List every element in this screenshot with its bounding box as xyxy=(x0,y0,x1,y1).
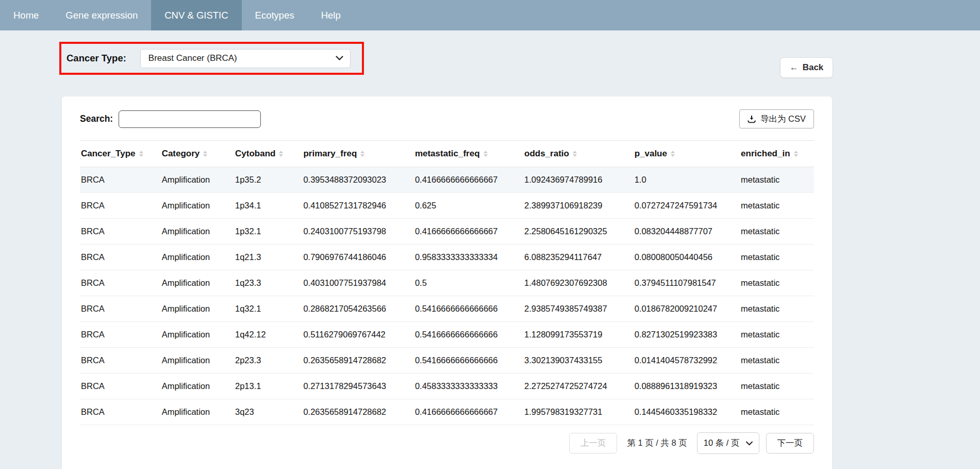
back-button-label: Back xyxy=(803,62,824,73)
cell-cancer-type: BRCA xyxy=(80,348,161,374)
search-area: Search: xyxy=(80,110,261,128)
cell-cytoband: 2p13.1 xyxy=(234,374,302,399)
cell-category: Amplification xyxy=(161,322,234,348)
cell-metastatic-freq: 0.4166666666666667 xyxy=(414,219,523,245)
column-label: Cytoband xyxy=(235,149,275,159)
sort-icon xyxy=(360,151,364,157)
column-header-primary-freq[interactable]: primary_freq xyxy=(302,141,413,167)
cell-metastatic-freq: 0.5416666666666666 xyxy=(414,296,523,322)
cnv-table-card: Search: 导出为 CSV Cancer_TypeCategoryCytob… xyxy=(62,96,832,469)
sort-icon xyxy=(794,151,798,157)
column-label: p_value xyxy=(635,149,667,159)
cell-p-value: 0.0141404578732992 xyxy=(634,348,740,374)
table-body: BRCAAmplification1p35.20.395348837209302… xyxy=(80,167,814,425)
sort-icon xyxy=(139,151,143,157)
column-header-cancer-type[interactable]: Cancer_Type xyxy=(80,141,161,167)
cell-metastatic-freq: 0.5 xyxy=(414,270,523,296)
cell-enriched-in: metastatic xyxy=(740,219,814,245)
cell-cancer-type: BRCA xyxy=(80,245,161,270)
cell-category: Amplification xyxy=(161,399,234,425)
search-input[interactable] xyxy=(119,110,261,128)
table-row: BRCAAmplification1q42.120.51162790697674… xyxy=(80,322,814,348)
cell-cancer-type: BRCA xyxy=(80,296,161,322)
navbar: HomeGene expressionCNV & GISTICEcotypesH… xyxy=(0,0,980,30)
column-header-metastatic-freq[interactable]: metastatic_freq xyxy=(414,141,523,167)
nav-tab-cnv-gistic[interactable]: CNV & GISTIC xyxy=(151,0,241,30)
back-button[interactable]: ← Back xyxy=(780,57,833,78)
column-label: Cancer_Type xyxy=(81,149,136,159)
cancer-type-select[interactable]: Breast Cancer (BRCA) xyxy=(140,49,351,68)
column-header-cytoband[interactable]: Cytoband xyxy=(234,141,302,167)
cell-metastatic-freq: 0.4166666666666667 xyxy=(414,167,523,193)
cell-category: Amplification xyxy=(161,348,234,374)
sort-icon xyxy=(484,151,488,157)
cell-primary-freq: 0.4108527131782946 xyxy=(302,193,413,219)
next-page-button[interactable]: 下一页 xyxy=(766,433,815,454)
cell-cancer-type: BRCA xyxy=(80,399,161,425)
cell-odds-ratio: 6.088235294117647 xyxy=(523,245,634,270)
cell-primary-freq: 0.2635658914728682 xyxy=(302,348,413,374)
cell-primary-freq: 0.7906976744186046 xyxy=(302,245,413,270)
cell-cytoband: 1p34.1 xyxy=(234,193,302,219)
download-icon xyxy=(748,115,756,123)
column-label: enriched_in xyxy=(741,149,790,159)
cell-cytoband: 1q32.1 xyxy=(234,296,302,322)
cell-category: Amplification xyxy=(161,296,234,322)
cell-enriched-in: metastatic xyxy=(740,270,814,296)
table-row: BRCAAmplification1p35.20.395348837209302… xyxy=(80,167,814,193)
cell-cancer-type: BRCA xyxy=(80,322,161,348)
pagination: 上一页 第 1 页 / 共 8 页 10 条 / 页 下一页 xyxy=(80,432,814,454)
nav-tab-help[interactable]: Help xyxy=(308,0,354,30)
sort-icon xyxy=(279,151,283,157)
cell-metastatic-freq: 0.4166666666666667 xyxy=(414,399,523,425)
cell-cancer-type: BRCA xyxy=(80,374,161,399)
cell-cytoband: 1q42.12 xyxy=(234,322,302,348)
table-row: BRCAAmplification1q23.30.403100775193798… xyxy=(80,270,814,296)
sort-icon xyxy=(573,151,577,157)
export-csv-button[interactable]: 导出为 CSV xyxy=(739,109,814,128)
table-row: BRCAAmplification1q32.10.286821705426356… xyxy=(80,296,814,322)
column-header-category[interactable]: Category xyxy=(161,141,234,167)
cell-primary-freq: 0.4031007751937984 xyxy=(302,270,413,296)
table-row: BRCAAmplification3q230.26356589147286820… xyxy=(80,399,814,425)
cell-cytoband: 1p32.1 xyxy=(234,219,302,245)
cell-enriched-in: metastatic xyxy=(740,348,814,374)
column-header-enriched-in[interactable]: enriched_in xyxy=(740,141,814,167)
cell-p-value: 0.1445460335198332 xyxy=(634,399,740,425)
cell-p-value: 0.8271302519923383 xyxy=(634,322,740,348)
cell-cytoband: 1p35.2 xyxy=(234,167,302,193)
column-label: primary_freq xyxy=(303,149,357,159)
table-toolbar: Search: 导出为 CSV xyxy=(80,109,814,128)
column-header-p-value[interactable]: p_value xyxy=(634,141,740,167)
cell-category: Amplification xyxy=(161,167,234,193)
column-label: odds_ratio xyxy=(524,149,569,159)
cell-metastatic-freq: 0.9583333333333334 xyxy=(414,245,523,270)
cell-enriched-in: metastatic xyxy=(740,296,814,322)
previous-page-button[interactable]: 上一页 xyxy=(569,433,618,454)
cell-primary-freq: 0.2713178294573643 xyxy=(302,374,413,399)
cell-p-value: 0.0727247247591734 xyxy=(634,193,740,219)
column-header-odds-ratio[interactable]: odds_ratio xyxy=(523,141,634,167)
nav-tab-ecotypes[interactable]: Ecotypes xyxy=(242,0,308,30)
cell-enriched-in: metastatic xyxy=(740,322,814,348)
cell-primary-freq: 0.2403100775193798 xyxy=(302,219,413,245)
cell-cytoband: 2p23.3 xyxy=(234,348,302,374)
column-label: Category xyxy=(162,149,200,159)
cell-primary-freq: 0.2635658914728682 xyxy=(302,399,413,425)
cell-category: Amplification xyxy=(161,193,234,219)
cancer-type-highlight-box: Cancer Type: Breast Cancer (BRCA) xyxy=(59,42,364,75)
nav-tab-gene-expression[interactable]: Gene expression xyxy=(52,0,151,30)
cell-odds-ratio: 1.995798319327731 xyxy=(523,399,634,425)
cnv-gistic-table: Cancer_TypeCategoryCytobandprimary_freqm… xyxy=(80,140,814,425)
search-label: Search: xyxy=(80,114,113,124)
page-size-select[interactable]: 10 条 / 页 xyxy=(697,432,759,454)
chevron-down-icon xyxy=(746,441,753,446)
cancer-type-label: Cancer Type: xyxy=(67,53,126,64)
cell-odds-ratio: 1.4807692307692308 xyxy=(523,270,634,296)
cell-category: Amplification xyxy=(161,219,234,245)
cell-cancer-type: BRCA xyxy=(80,270,161,296)
table-row: BRCAAmplification2p13.10.271317829457364… xyxy=(80,374,814,399)
nav-tab-home[interactable]: Home xyxy=(0,0,52,30)
sort-icon xyxy=(671,151,675,157)
page-size-value: 10 条 / 页 xyxy=(704,438,740,449)
